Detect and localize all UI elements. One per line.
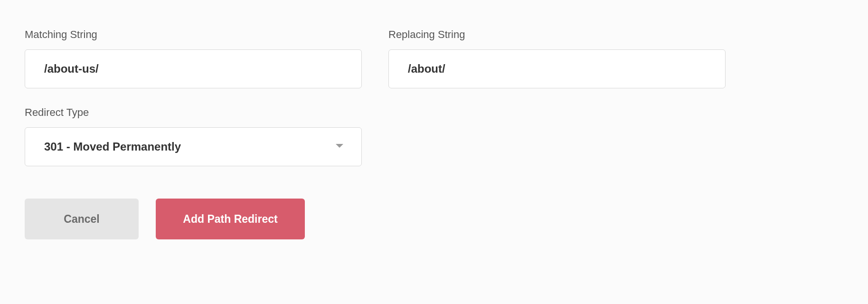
add-path-redirect-button[interactable]: Add Path Redirect <box>156 199 305 239</box>
replacing-string-group: Replacing String <box>388 28 726 88</box>
replacing-string-label: Replacing String <box>388 28 726 41</box>
button-row: Cancel Add Path Redirect <box>25 199 843 239</box>
redirect-type-group: Redirect Type 301 - Moved Permanently <box>25 106 362 166</box>
redirect-type-label: Redirect Type <box>25 106 362 119</box>
matching-string-label: Matching String <box>25 28 362 41</box>
replacing-string-input[interactable] <box>388 49 726 88</box>
redirect-type-select[interactable]: 301 - Moved Permanently <box>25 127 362 166</box>
spacer <box>388 106 726 166</box>
matching-string-group: Matching String <box>25 28 362 88</box>
cancel-button[interactable]: Cancel <box>25 199 139 239</box>
matching-string-input[interactable] <box>25 49 362 88</box>
